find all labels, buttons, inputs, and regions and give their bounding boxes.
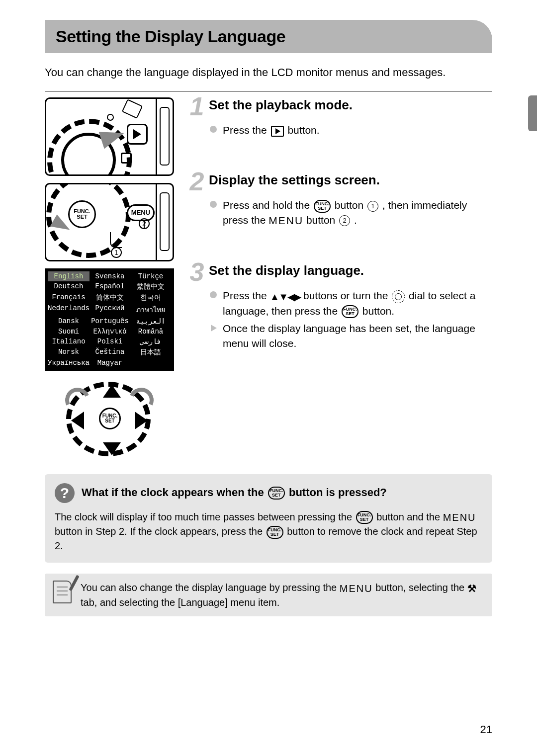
- separator: [45, 91, 492, 91]
- step-3: 3Set the display language.Press the ▲▼◀▶…: [188, 263, 492, 350]
- faq-box: ? What if the clock appears when the but…: [45, 474, 492, 563]
- language-cell: Українська: [48, 358, 90, 368]
- func-set-icon: [267, 526, 283, 539]
- callout-1-icon: 1: [111, 247, 122, 258]
- step-bullet: Press the ▲▼◀▶ buttons or turn the dial …: [210, 288, 492, 318]
- circled-number-2-icon: 2: [339, 215, 350, 226]
- menu-text-icon: MENU: [340, 582, 373, 595]
- page-number: 21: [480, 723, 492, 736]
- language-cell: Türkçe: [130, 271, 171, 281]
- language-cell: Ελληνικά: [90, 327, 130, 336]
- menu-text-icon: MENU: [443, 510, 476, 524]
- pencil-note-icon: [53, 581, 72, 603]
- step-number: 1: [188, 96, 206, 117]
- circled-number-1-icon: 1: [367, 201, 378, 212]
- language-cell: 한국어: [130, 292, 171, 303]
- playback-icon: [127, 124, 148, 145]
- step-1: 1Set the playback mode.Press the button.: [188, 97, 492, 138]
- control-dial-icon: [392, 290, 405, 303]
- note-text: You can also change the display language…: [81, 581, 484, 609]
- diagram-func-menu: FUNC.SET MENU 1 2: [45, 183, 174, 261]
- language-grid-screenshot: EnglishSvenskaTürkçeDeutschEspañol繁體中文Fr…: [45, 268, 174, 371]
- func-set-icon: FUNC.SET: [68, 200, 96, 228]
- menu-text-icon: MENU: [268, 213, 303, 228]
- step-title: Set the playback mode.: [209, 97, 353, 113]
- diagram-dpad-dial: FUNC.SET: [62, 378, 157, 462]
- language-cell: Nederlands: [48, 303, 90, 316]
- question-icon: ?: [55, 483, 75, 503]
- step-2: 2Display the settings screen.Press and h…: [188, 172, 492, 228]
- language-cell: 日本語: [130, 347, 171, 358]
- func-set-icon: [356, 511, 373, 524]
- language-cell: Polski: [90, 336, 130, 347]
- left-arrow-icon: [71, 412, 84, 429]
- language-cell: فارسی: [130, 336, 171, 347]
- faq-title: What if the clock appears when the butto…: [82, 486, 387, 500]
- language-cell: Português: [90, 316, 130, 327]
- func-set-icon: [268, 487, 285, 500]
- intro-text: You can change the language displayed in…: [45, 65, 492, 80]
- step-bullet: Press and hold the button 1 , then immed…: [210, 198, 492, 228]
- dpad-arrows-icon: ▲▼◀▶: [270, 290, 301, 304]
- language-cell: Italiano: [48, 336, 90, 347]
- language-cell: Magyar: [90, 358, 130, 368]
- func-set-icon: [342, 305, 358, 318]
- right-arrow-icon: [135, 412, 148, 429]
- down-arrow-icon: [103, 442, 121, 455]
- faq-body: The clock will display if too much time …: [55, 510, 482, 553]
- playback-icon: [271, 126, 284, 137]
- section-title-bar: Setting the Display Language: [45, 20, 492, 53]
- language-cell: Русский: [90, 303, 130, 316]
- language-cell: Čeština: [90, 347, 130, 358]
- page-edge-tab: [528, 95, 537, 131]
- language-cell: ภาษาไทย: [130, 303, 171, 316]
- step-number: 2: [188, 171, 206, 192]
- language-cell: [130, 358, 171, 368]
- section-title: Setting the Display Language: [56, 27, 481, 46]
- language-cell: Dansk: [48, 316, 90, 327]
- step-title: Set the display language.: [209, 263, 364, 278]
- language-cell: العربية: [130, 316, 171, 327]
- step-number: 3: [188, 262, 206, 283]
- language-cell: Français: [48, 292, 90, 303]
- language-cell: Suomi: [48, 327, 90, 336]
- step-bullet: Once the display language has been set, …: [210, 321, 492, 350]
- func-set-icon: FUNC.SET: [99, 408, 121, 429]
- language-cell: Deutsch: [48, 281, 90, 292]
- step-title: Display the settings screen.: [209, 172, 380, 188]
- diagram-playback-button: [45, 97, 174, 176]
- language-cell: 简体中文: [90, 292, 130, 303]
- callout-2-icon: 2: [139, 218, 150, 229]
- language-cell: Español: [90, 281, 130, 292]
- menu-button-icon: MENU: [127, 204, 155, 221]
- language-cell: 繁體中文: [130, 281, 171, 292]
- language-cell: Svenska: [90, 271, 130, 281]
- up-arrow-icon: [103, 385, 121, 398]
- step-bullet: Press the button.: [210, 123, 492, 137]
- func-set-icon: [314, 200, 331, 213]
- language-cell: Norsk: [48, 347, 90, 358]
- tools-tab-icon: ⚒: [467, 582, 476, 595]
- language-cell: Română: [130, 327, 171, 336]
- note-box: You can also change the display language…: [45, 574, 492, 616]
- language-cell: English: [48, 271, 90, 281]
